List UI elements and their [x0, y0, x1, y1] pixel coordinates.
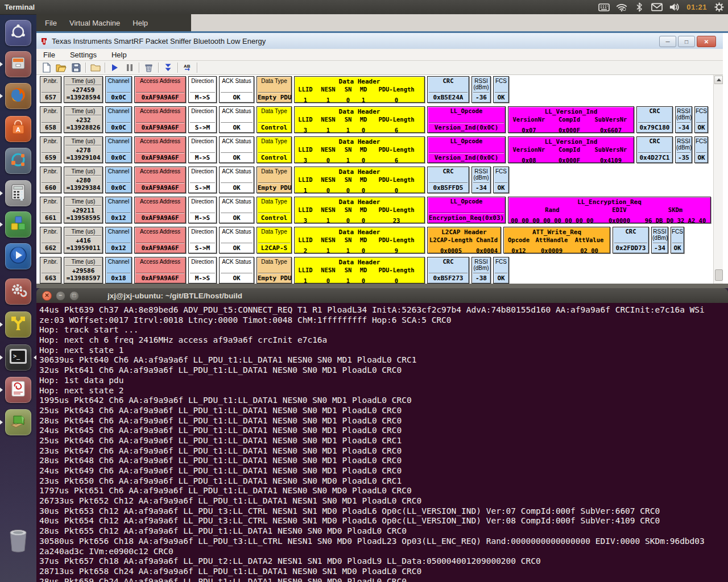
packet-row[interactable]: P.nbr.662Time (us)+416=13959011Channel0x… — [36, 227, 723, 253]
vertical-scrollbar[interactable] — [713, 75, 723, 284]
maximize-button[interactable]: □ — [678, 36, 695, 47]
clear-buffer-icon[interactable] — [143, 63, 154, 73]
cell-value: =13929384 — [65, 184, 102, 192]
cell-value: 0x79C180 — [638, 124, 672, 131]
sniffer-menu-file[interactable]: File — [43, 51, 55, 59]
open-folder-icon[interactable] — [90, 63, 101, 73]
cell-label: CRC — [428, 78, 468, 84]
launcher-item-vmware-workstation[interactable] — [5, 311, 31, 338]
cell-columns: L2CAP-Length0x0005ChanId0x0004 — [428, 236, 500, 253]
packet-row[interactable]: P.nbr.660Time (us)+280=13929384Channel0x… — [36, 167, 723, 193]
terminal-line: 2a240ad3c IVm:e0900c12 CRC0 — [39, 547, 728, 557]
col-header: SN — [341, 146, 355, 153]
cell-label: (dBm) — [676, 144, 691, 151]
cell-label: Time (us) — [65, 138, 102, 144]
volume-icon[interactable] — [669, 2, 680, 13]
terminal-window: ✕ − □ jxj@jxj-ubuntu: ~/git/BTLE/host/bu… — [36, 288, 728, 582]
cell-value: 661 — [41, 214, 60, 222]
launcher-item-ubuntu-one[interactable] — [5, 148, 31, 174]
col-skdm: SKDm96 DB D0 32 A2 40 — [643, 206, 708, 223]
packet-row[interactable]: P.nbr.661Time (us)+29211=13958595Channel… — [36, 197, 723, 223]
pause-capture-icon[interactable] — [124, 63, 135, 73]
close-button[interactable]: ✕ — [42, 291, 52, 301]
save-file-icon[interactable] — [71, 63, 81, 73]
cell-fcs: FCSOK — [694, 106, 708, 133]
cell-divider — [258, 213, 290, 214]
cell-columns: LLID3NESN1SN0MD0PDU-Length23 — [295, 206, 424, 223]
col-value: 1 — [341, 157, 355, 163]
sniffer-titlebar[interactable]: Texas Instruments SmartRF Packet Sniffer… — [36, 33, 723, 49]
launcher-item-trash[interactable] — [5, 529, 31, 555]
col-header: CompId — [549, 146, 590, 153]
cell-value: Empty PDU — [258, 94, 291, 101]
launcher-item-terminal[interactable]: >_ — [5, 344, 31, 371]
bluetooth-icon[interactable] — [634, 2, 645, 13]
launcher-item-firefox[interactable] — [5, 83, 31, 109]
cell-value: 0x4D27C1 — [638, 154, 672, 161]
vm-menu-file[interactable]: File — [45, 19, 57, 27]
launcher-item-help-books[interactable] — [5, 409, 31, 435]
terminal-output[interactable]: 44us Pkt639 Ch37 AA:8e89bed6 ADV_PDU_t5:… — [36, 303, 728, 582]
svg-text:>_: >_ — [13, 353, 20, 360]
address-book-filter-icon[interactable]: AB — [182, 63, 193, 73]
cell-value: =13988597 — [65, 275, 102, 282]
vm-menu-help[interactable]: Help — [133, 19, 148, 27]
cell-value: 0xAF9A9A6F — [135, 154, 185, 161]
vm-menu-virtual-machine[interactable]: Virtual Machine — [69, 19, 120, 27]
terminal-line: 28us Pkt655 Ch12 AA:af9a9a6f LL_PDU_t1:L… — [39, 526, 728, 537]
sniffer-menu-settings[interactable]: Settings — [70, 51, 97, 59]
col-llid: LLID1 — [295, 267, 316, 284]
launcher-item-media-player[interactable] — [5, 243, 31, 269]
launcher-item-system-settings[interactable] — [5, 278, 31, 305]
keyboard-icon[interactable] — [598, 2, 610, 13]
terminal-titlebar[interactable]: ✕ − □ jxj@jxj-ubuntu: ~/git/BTLE/host/bu… — [36, 288, 728, 304]
col-header: PDU-Length — [371, 176, 421, 183]
gear-icon[interactable] — [713, 2, 725, 13]
cell-value: M->S — [189, 154, 216, 161]
packet-row[interactable]: P.nbr.657Time (us)+27459=13928594Channel… — [36, 76, 723, 103]
mail-icon[interactable] — [651, 2, 663, 13]
col-header: SubVersNr — [590, 116, 632, 123]
col-header: MD — [355, 176, 371, 183]
col-l2cap-length: L2CAP-Length0x0005 — [428, 236, 474, 253]
minimize-button[interactable]: ─ — [659, 36, 676, 47]
maximize-button[interactable]: □ — [69, 291, 79, 301]
cell-label: Data Type — [258, 138, 291, 144]
cell-value: S->M — [189, 124, 216, 131]
scroll-up-button[interactable] — [714, 76, 723, 84]
launcher-item-software-center[interactable]: A — [5, 116, 31, 142]
clock[interactable]: 01:21 — [686, 3, 707, 11]
cell-crc: CRC0xB5FFD5 — [427, 167, 469, 193]
packet-row[interactable]: P.nbr.658Time (us)+232=13928826Channel0x… — [36, 106, 723, 133]
wifi-icon[interactable] — [616, 2, 627, 13]
new-file-icon[interactable] — [41, 63, 52, 73]
minimize-button[interactable]: − — [56, 291, 65, 301]
start-capture-icon[interactable] — [109, 63, 120, 73]
launcher-item-calculator[interactable] — [5, 180, 31, 206]
cell-ack-status: ACK StatusOK — [219, 167, 254, 193]
cell-access-address: Access Address0xAF9A9A6F — [134, 136, 186, 163]
launcher-item-document-viewer[interactable] — [5, 377, 31, 403]
open-file-icon[interactable] — [56, 63, 67, 73]
cell-direction: DirectionM->S — [188, 197, 217, 223]
cell-divider — [495, 182, 507, 184]
cell-label: Access Address — [135, 168, 185, 174]
sniffer-menu-help[interactable]: Help — [111, 51, 127, 59]
cell-label: Data Type — [258, 198, 291, 205]
packet-row[interactable]: P.nbr.663Time (us)+29586=13988597Channel… — [36, 257, 723, 284]
cell-value: -34 — [652, 244, 667, 252]
cell-p-nbr: P.nbr.657 — [40, 76, 61, 103]
cell-fcs: FCSOK — [493, 167, 509, 193]
cell-ack-status: ACK StatusOK — [219, 197, 254, 223]
cell-data-header: Data HeaderLLID2NESN1SN1MD0PDU-Length9 — [294, 227, 425, 253]
launcher-item-dash-home[interactable] — [5, 20, 31, 46]
close-button[interactable]: ✕ — [697, 36, 716, 47]
dash-home-icon — [10, 23, 27, 43]
packet-row[interactable]: P.nbr.659Time (us)+278=13929104Channel0x… — [36, 136, 723, 163]
scrollbar-thumb[interactable] — [715, 269, 723, 281]
scroll-to-end-icon[interactable] — [163, 63, 173, 73]
launcher-item-file-manager[interactable] — [5, 51, 31, 77]
launcher-item-blocks-app[interactable] — [5, 211, 31, 238]
cell-rssi: RSSI(dBm)-36 — [471, 76, 491, 103]
document-viewer-icon — [10, 380, 27, 400]
